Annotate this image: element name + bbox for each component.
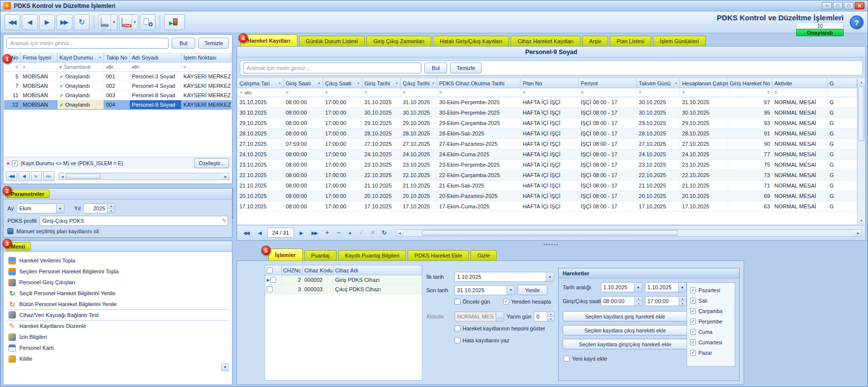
column-header[interactable]: Firma İşyeri (21, 53, 58, 63)
weekday-option[interactable]: Perşembe (690, 316, 732, 326)
new-record-option[interactable]: Yeni kayıt ekle (564, 356, 607, 362)
cell-cikis-tarihi[interactable]: 21.10.2025 (401, 181, 437, 191)
bottom-tab[interactable]: PDKS Hareket Ekle (407, 250, 469, 260)
weekday-checkbox[interactable] (690, 350, 696, 356)
cell-firma[interactable]: MOBİSAN (21, 72, 58, 81)
select-all-checkbox[interactable] (267, 267, 273, 273)
weekday-checkbox[interactable] (690, 287, 696, 293)
cell-plan-no[interactable]: HAFTA İÇİ İŞÇİ (521, 139, 579, 149)
cell-cikis-saati[interactable]: 17:00:00 (323, 97, 362, 108)
remove-filter-icon[interactable] (6, 160, 9, 166)
add-entry-exit-movement-button[interactable]: Seçilen kayıtlara giriş/çıkış hareketi e… (563, 339, 688, 349)
recalculate-checkbox[interactable] (503, 299, 509, 305)
cell-calisma-tarihi[interactable]: 24.10.2025 (237, 149, 284, 160)
filter-cell[interactable]: = (4, 63, 21, 72)
main-tab[interactable]: İşlem Günlükleri (653, 36, 706, 46)
filter-cell[interactable]: aBc (237, 88, 284, 97)
main-tab[interactable]: Hareket Kayıtları (240, 34, 297, 46)
bottom-tab[interactable]: Gizle (470, 250, 497, 260)
cell-hesaplanan[interactable]: 28.10.2025 (680, 129, 728, 139)
cell-cikis-tarihi[interactable]: 27.10.2025 (401, 139, 437, 149)
cell-hesaplanan[interactable]: 21.10.2025 (680, 181, 728, 191)
cell-takvim-gunu[interactable]: 30.10.2025 (637, 97, 680, 108)
menu-item[interactable]: Hareket Kayıtlarını Düzenle (6, 321, 229, 331)
cell-periyot[interactable]: İŞÇİ 08:00 - 17 (579, 170, 637, 181)
personnel-grid-hscrollbar[interactable]: ◀ ▶ (58, 173, 230, 180)
pdks-profile-field[interactable]: Giriş-Çıkış PDKS (40, 216, 228, 226)
menu-item[interactable]: Bütün Personel Hareket Bilgilerini Yenil… (6, 299, 229, 310)
cell-plan-no[interactable]: HAFTA İÇİ İŞÇİ (521, 201, 579, 212)
cell-g[interactable]: G (827, 118, 857, 129)
main-tab[interactable]: Plan Listesi (610, 36, 651, 46)
nav-first-button[interactable]: ◀◀ (6, 171, 17, 181)
column-header[interactable]: Çıkış Tarihi (401, 78, 437, 88)
personnel-search-input[interactable] (6, 38, 169, 49)
filter-cell[interactable]: Tamamlandı (58, 63, 104, 72)
previous-day-option[interactable]: Önceki gün Yeniden hesapla (455, 299, 551, 305)
cell-cikis-saati[interactable]: 17:00:00 (323, 191, 362, 201)
filter-cell[interactable]: = (437, 88, 521, 97)
record-row[interactable]: 29.10.2025 08:00:00 17:00:00 29.10.2025 … (237, 118, 857, 129)
cell-takip-no[interactable]: 002 (104, 81, 130, 91)
minimize-button[interactable] (822, 2, 832, 9)
cell-g[interactable]: G (827, 181, 857, 191)
cell-cikis-saati[interactable]: 17:00:00 (323, 181, 362, 191)
record-row[interactable]: 22.10.2025 08:00:00 17:00:00 22.10.2025 … (237, 170, 857, 181)
previous-record-button[interactable]: ◀ (22, 14, 38, 30)
cell-g[interactable]: G (827, 170, 857, 181)
cell-cikis-tarihi[interactable]: 17.10.2025 (401, 201, 437, 212)
main-tab[interactable]: Günlük Durum Listesi (299, 36, 365, 46)
cell-okutma-tarihi[interactable]: 21-Ekim-Salı-2025 (437, 181, 521, 191)
help-button[interactable] (850, 15, 864, 29)
cell-cikis-tarihi[interactable]: 29.10.2025 (401, 118, 437, 129)
main-tab[interactable]: Cihaz Hareket Kayıtları (511, 36, 580, 46)
dropdown-icon[interactable] (634, 283, 642, 292)
record-row[interactable]: 20.10.2025 08:00:00 17:00:00 20.10.2025 … (237, 191, 857, 201)
menu-item[interactable]: Seçilen Personel Hareket Bilgilerini Top… (6, 266, 229, 277)
cell-g[interactable]: G (827, 139, 857, 149)
cell-periyot[interactable]: İŞÇİ 08:00 - 17 (579, 201, 637, 212)
cell-kayit-durumu[interactable]: Onaylandı (58, 81, 104, 91)
cell-periyot[interactable]: İŞÇİ 08:00 - 17 (579, 108, 637, 118)
cell-takvim-gunu[interactable]: 21.10.2025 (637, 181, 680, 191)
show-all-checkbox[interactable] (455, 325, 461, 331)
record-row[interactable]: 17.10.2025 08:00:00 17:00:00 17.10.2025 … (237, 201, 857, 212)
first-record-button[interactable]: ◀◀ (4, 14, 20, 30)
cell-chzno[interactable]: 3 (282, 285, 303, 294)
cell-giris-tarihi[interactable]: 22.10.2025 (362, 170, 401, 181)
cell-firma[interactable]: MOBİSAN (21, 91, 58, 100)
cell-giris-saati[interactable]: 08:00:00 (284, 108, 323, 118)
cell-periyot[interactable]: İŞÇİ 08:00 - 17 (579, 191, 637, 201)
records-grid-hscrollbar[interactable]: ◀ ▶ (396, 229, 862, 237)
cell-okutma-tarihi[interactable]: 28-Ekim-Salı-2025 (437, 129, 521, 139)
refresh-data-icon[interactable]: ↻ (379, 227, 389, 238)
cell-plan-no[interactable]: HAFTA İÇİ İŞÇİ (521, 118, 579, 129)
scroll-thumb[interactable] (422, 230, 678, 236)
menu-item[interactable]: Personel Giriş Çıkışları (6, 277, 229, 288)
column-header[interactable]: Giriş Tarihi (362, 78, 401, 88)
cell-giris-saati[interactable]: 07:59:00 (284, 139, 323, 149)
cell-g[interactable]: G (827, 129, 857, 139)
cell-giris-tarihi[interactable]: 31.10.2025 (362, 97, 401, 108)
column-header[interactable]: İşlem Noktası (181, 53, 231, 63)
weekday-option[interactable]: Salı (690, 295, 732, 306)
cell-takvim-gunu[interactable]: 29.10.2025 (637, 118, 680, 129)
weekday-checkbox[interactable] (690, 298, 696, 304)
record-row[interactable]: 24.10.2025 08:00:00 17:00:00 24.10.2025 … (237, 149, 857, 160)
cell-hareket-no[interactable]: 63 (728, 201, 772, 212)
spin-down-icon[interactable] (679, 302, 686, 306)
weekday-checkbox[interactable] (690, 329, 696, 335)
device-checkbox[interactable] (267, 286, 273, 292)
cell-hesaplanan[interactable]: 27.10.2025 (680, 139, 728, 149)
cell-takvim-gunu[interactable]: 22.10.2025 (637, 170, 680, 181)
scroll-thumb[interactable] (66, 174, 101, 179)
new-record-checkbox[interactable] (564, 356, 570, 362)
menu-item[interactable]: Kilitle (6, 353, 229, 364)
records-grid-vscrollbar[interactable]: ▲ ▼ (857, 78, 865, 224)
cell-cikis-saati[interactable]: 17:00:00 (323, 170, 362, 181)
delete-manual-plans-link[interactable]: Manuel seçilmiş plan kayıtlarını sil (7, 228, 99, 234)
cell-giris-saati[interactable]: 08:00:00 (284, 170, 323, 181)
cell-giris-tarihi[interactable]: 23.10.2025 (362, 160, 401, 170)
scroll-left-icon[interactable]: ◀ (59, 173, 66, 180)
previous-day-checkbox[interactable] (455, 299, 461, 305)
